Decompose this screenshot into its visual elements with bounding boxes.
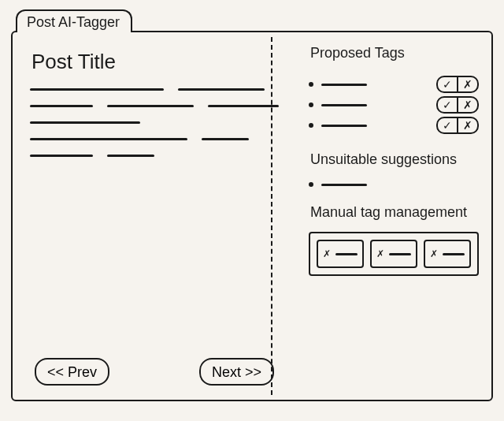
text-placeholder: [107, 105, 194, 107]
main-panel: Post Title << Prev Next >> Proposed Tags…: [11, 31, 493, 401]
tag-panel: Proposed Tags ✓✗✓✗✓✗ Unsuitable suggesti…: [295, 32, 491, 400]
tag-placeholder: [321, 184, 367, 186]
post-body-line: [30, 121, 279, 124]
text-placeholder: [30, 121, 140, 124]
post-body-line: [30, 155, 279, 157]
bullet-icon: [309, 182, 313, 187]
proposed-tags-list: ✓✗✓✗✓✗: [309, 73, 479, 137]
accept-reject-group: ✓✗: [436, 96, 479, 114]
text-placeholder: [178, 88, 265, 91]
bullet-icon: [309, 102, 313, 107]
proposed-tag-row: ✓✗: [309, 96, 479, 114]
panel-divider: [271, 37, 272, 395]
tag-placeholder: [321, 125, 367, 127]
text-placeholder: [30, 155, 93, 157]
manual-tag-chip[interactable]: ✗: [424, 240, 471, 268]
window-tab-label: Post AI-Tagger: [27, 14, 120, 30]
bullet-icon: [309, 82, 313, 87]
accept-tag-button[interactable]: ✓: [438, 77, 457, 91]
post-body-line: [30, 138, 279, 140]
text-placeholder: [107, 155, 154, 157]
tag-placeholder: [321, 84, 367, 86]
remove-tag-icon[interactable]: ✗: [376, 248, 384, 259]
text-placeholder: [30, 105, 93, 107]
post-body-line: [30, 105, 279, 107]
post-title: Post Title: [32, 50, 279, 74]
manual-heading: Manual tag management: [310, 204, 479, 221]
manual-tag-chip[interactable]: ✗: [317, 240, 364, 268]
tag-placeholder: [321, 104, 367, 106]
next-button[interactable]: Next >>: [199, 358, 274, 386]
post-body-placeholder: [30, 88, 279, 157]
text-placeholder: [30, 138, 187, 140]
nav-row: << Prev Next >>: [30, 358, 279, 389]
tag-placeholder: [335, 253, 358, 255]
post-preview-panel: Post Title << Prev Next >>: [13, 32, 295, 400]
proposed-tag-row: ✓✗: [309, 76, 479, 93]
accept-reject-group: ✓✗: [436, 76, 479, 93]
reject-tag-button[interactable]: ✗: [457, 77, 477, 91]
window-tab[interactable]: Post AI-Tagger: [16, 9, 132, 32]
text-placeholder: [30, 88, 164, 91]
accept-tag-button[interactable]: ✓: [438, 98, 457, 112]
accept-reject-group: ✓✗: [436, 117, 479, 134]
bullet-icon: [309, 123, 313, 128]
accept-tag-button[interactable]: ✓: [438, 118, 457, 132]
reject-tag-button[interactable]: ✗: [457, 98, 477, 112]
tag-placeholder: [443, 253, 465, 255]
proposed-tag-row: ✓✗: [309, 117, 479, 134]
prev-button[interactable]: << Prev: [35, 358, 109, 386]
tag-placeholder: [389, 253, 411, 255]
text-placeholder: [208, 105, 279, 107]
reject-tag-button[interactable]: ✗: [457, 118, 477, 132]
unsuitable-tags-list: [309, 179, 479, 190]
post-body-line: [30, 88, 279, 91]
remove-tag-icon[interactable]: ✗: [323, 248, 331, 259]
proposed-tags-heading: Proposed Tags: [310, 45, 479, 61]
remove-tag-icon[interactable]: ✗: [430, 248, 438, 259]
manual-tags-box[interactable]: ✗✗✗: [309, 232, 479, 276]
text-placeholder: [202, 138, 249, 140]
unsuitable-tag-row: [309, 182, 479, 187]
unsuitable-heading: Unsuitable suggestions: [310, 151, 479, 168]
manual-tag-chip[interactable]: ✗: [370, 240, 417, 268]
